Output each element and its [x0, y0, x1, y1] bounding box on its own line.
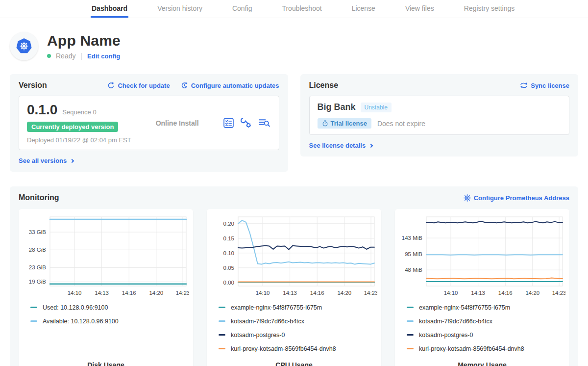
svg-text:14:23: 14:23 — [364, 290, 377, 296]
svg-text:14:10: 14:10 — [444, 290, 458, 296]
series-label: kurl-proxy-kotsadm-8569fb6454-dnvh8 — [231, 345, 336, 352]
series-swatch-icon — [407, 320, 414, 322]
chart-card-cpu-usage: 0.000.050.100.150.2014:1014:1314:1614:20… — [207, 209, 381, 366]
chevron-right-icon — [70, 158, 74, 162]
svg-text:0.10: 0.10 — [223, 250, 234, 256]
chart-title: Disk Usage — [23, 361, 189, 366]
series-label: Available: 10.128.0.96:9100 — [43, 318, 119, 325]
svg-text:14:16: 14:16 — [498, 290, 513, 296]
cpu-usage-chart: 0.000.050.100.150.2014:1014:1314:1614:20… — [211, 213, 377, 299]
svg-text:14:10: 14:10 — [256, 290, 270, 296]
chevron-right-icon — [369, 143, 373, 147]
tab-license[interactable]: License — [351, 0, 376, 18]
svg-text:14:13: 14:13 — [95, 290, 109, 296]
series-swatch-icon — [407, 334, 414, 336]
legend-item: kotsadm-7f9dc7d66c-b4tcx — [407, 317, 565, 325]
check-for-update-button[interactable]: Check for update — [107, 82, 170, 89]
app-logo — [10, 32, 38, 60]
deployed-timestamp: Deployed 01/19/22 @ 02:04 pm EST — [27, 136, 131, 144]
svg-text:14:23: 14:23 — [552, 290, 565, 296]
customer-name: Big Bank — [318, 102, 356, 112]
page-title: App Name — [47, 32, 121, 49]
series-label: kotsadm-postgres-0 — [231, 332, 285, 339]
license-panel: Big Bank Unstable Trial license Does not… — [309, 96, 570, 135]
scheduled-update-icon — [181, 82, 188, 89]
deployed-badge: Currently deployed version — [27, 122, 118, 132]
legend-item: example-nginx-54f8f76755-l675m — [219, 304, 377, 311]
sync-icon — [520, 82, 528, 89]
svg-text:14:10: 14:10 — [68, 290, 82, 296]
tab-troubleshoot[interactable]: Troubleshoot — [281, 0, 322, 18]
legend-item: kotsadm-postgres-0 — [219, 331, 377, 339]
svg-text:14:20: 14:20 — [337, 290, 351, 296]
series-label: Used: 10.128.0.96:9100 — [43, 304, 108, 311]
preflight-checks-icon[interactable] — [223, 117, 234, 129]
series-swatch-icon — [219, 334, 225, 336]
series-label: kotsadm-postgres-0 — [419, 332, 473, 339]
chart-card-memory-usage: 48 MiB95 MiB143 MiB14:1014:1314:1614:201… — [395, 209, 569, 366]
legend-item: kotsadm-7f9dc7d66c-b4tcx — [219, 317, 377, 325]
edit-config-link[interactable]: Edit config — [87, 52, 120, 60]
svg-text:0.20: 0.20 — [223, 221, 234, 227]
status-text: Ready — [56, 52, 75, 60]
legend-item: Available: 10.128.0.96:9100 — [30, 317, 189, 325]
version-card: Version Check for update — [10, 74, 288, 172]
series-swatch-icon — [30, 320, 37, 322]
configure-automatic-updates-button[interactable]: Configure automatic updates — [181, 82, 279, 89]
configure-prometheus-button[interactable]: Configure Prometheus Address — [464, 194, 569, 202]
tab-version-history[interactable]: Version history — [156, 0, 203, 18]
series-swatch-icon — [219, 348, 225, 349]
series-label: kotsadm-7f9dc7d66c-b4tcx — [419, 318, 492, 325]
series-label: example-nginx-54f8f76755-l675m — [231, 304, 322, 311]
stopwatch-icon — [322, 120, 328, 127]
series-label: example-nginx-54f8f76755-l675m — [419, 304, 510, 311]
license-expiry: Does not expire — [377, 120, 425, 128]
series-swatch-icon — [407, 348, 414, 349]
memory-usage-chart: 48 MiB95 MiB143 MiB14:1014:1314:1614:201… — [399, 213, 565, 299]
see-all-versions-link[interactable]: See all versions — [19, 157, 74, 164]
series-swatch-icon — [30, 307, 37, 308]
svg-text:48 MiB: 48 MiB — [405, 267, 422, 273]
disk-usage-chart: 19 GiB23 GiB28 GiB33 GiB14:1014:1314:161… — [23, 213, 189, 299]
chart-legend: example-nginx-54f8f76755-l675mkotsadm-7f… — [399, 304, 565, 359]
tab-registry-settings[interactable]: Registry settings — [463, 0, 515, 18]
svg-text:19 GiB: 19 GiB — [29, 279, 46, 285]
divider: | — [80, 52, 82, 60]
monitoring-title: Monitoring — [19, 193, 59, 202]
license-type-badge: Trial license — [318, 118, 371, 129]
sync-license-button[interactable]: Sync license — [520, 82, 569, 89]
gear-icon — [464, 194, 471, 202]
refresh-icon — [107, 82, 115, 89]
channel-badge: Unstable — [361, 103, 392, 112]
chart-title: CPU Usage — [211, 361, 377, 366]
series-label: kotsadm-7f9dc7d66c-b4tcx — [231, 318, 304, 325]
legend-item: example-nginx-54f8f76755-l675m — [407, 304, 565, 311]
legend-item: kurl-proxy-kotsadm-8569fb6454-dnvh8 — [407, 345, 565, 352]
series-swatch-icon — [407, 307, 414, 308]
svg-text:14:20: 14:20 — [525, 290, 539, 296]
chart-legend: Used: 10.128.0.96:9100Available: 10.128.… — [23, 304, 189, 331]
tab-view-files[interactable]: View files — [404, 0, 435, 18]
svg-text:0.15: 0.15 — [223, 235, 234, 241]
config-wrench-icon[interactable] — [241, 117, 252, 129]
app-header: App Name Ready | Edit config — [10, 25, 578, 67]
deploy-logs-icon[interactable] — [258, 117, 270, 129]
legend-item: kotsadm-postgres-0 — [407, 331, 565, 339]
license-card: License Sync license Big Bank Unstable — [300, 74, 579, 157]
svg-text:95 MiB: 95 MiB — [405, 251, 422, 257]
svg-text:14:13: 14:13 — [283, 290, 297, 296]
svg-text:14:23: 14:23 — [176, 290, 189, 296]
svg-text:14:16: 14:16 — [310, 290, 324, 296]
tab-config[interactable]: Config — [231, 0, 253, 18]
see-license-details-link[interactable]: See license details — [309, 142, 373, 149]
svg-text:0.00: 0.00 — [223, 280, 234, 286]
legend-item: Used: 10.128.0.96:9100 — [30, 304, 189, 311]
svg-text:14:16: 14:16 — [122, 290, 136, 296]
series-swatch-icon — [219, 307, 225, 308]
version-number: 0.1.0 — [27, 102, 57, 118]
tab-dashboard[interactable]: Dashboard — [91, 0, 128, 18]
charts-row: 19 GiB23 GiB28 GiB33 GiB14:1014:1314:161… — [19, 209, 569, 366]
version-sequence: Sequence 0 — [62, 108, 96, 116]
chart-legend: example-nginx-54f8f76755-l675mkotsadm-7f… — [211, 304, 377, 359]
series-label: kurl-proxy-kotsadm-8569fb6454-dnvh8 — [419, 345, 524, 352]
